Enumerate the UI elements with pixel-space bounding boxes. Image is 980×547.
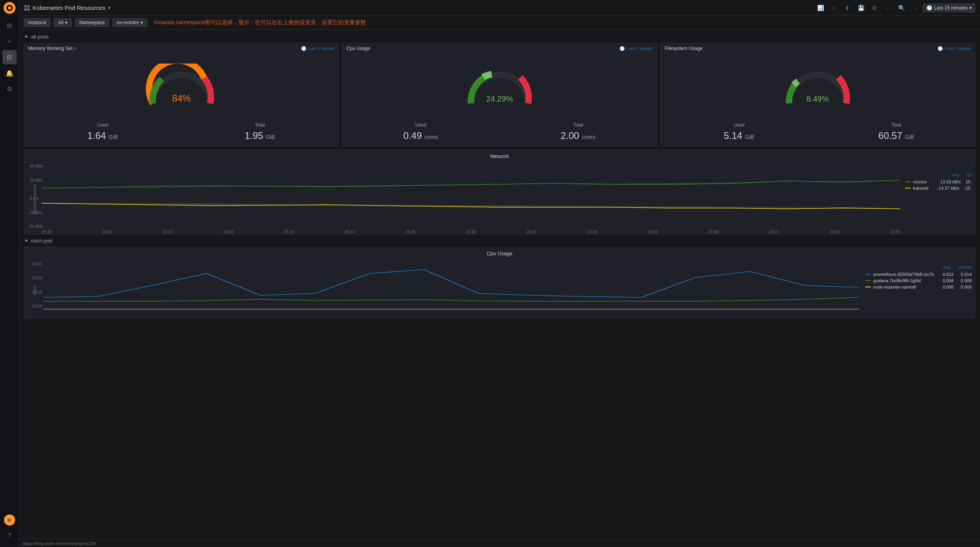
current-header: current: [958, 265, 972, 270]
cpu-pods-svg: [43, 262, 859, 317]
x-tick: 23:31: [769, 230, 779, 234]
cpu-panel: Cpu Usage 🕐 Last 1 minute: [342, 43, 657, 146]
clock-icon: 🕐: [301, 46, 307, 51]
svg-rect-6: [27, 8, 30, 11]
x-tick: 23:28: [587, 230, 597, 234]
chevron-down-icon: ▾: [141, 20, 143, 25]
sidebar-bottom: U ?: [2, 512, 17, 547]
node-exporter-current: 0.000: [961, 285, 972, 289]
grafana-logo[interactable]: [3, 2, 16, 14]
x-tick: 23:27: [527, 230, 536, 234]
cpu-chart-area: 0.025 0.020 0.015 0.010: [43, 262, 859, 318]
receive-color: [905, 181, 911, 182]
grafana-color: [865, 280, 871, 281]
legend-grafana: grafana-7bcf9c9f9-2g5bf 0.004 0.008: [865, 278, 972, 283]
x-tick: 23:23: [284, 230, 294, 234]
section-all-pods: all pods: [24, 34, 975, 40]
cpu-total-label: Total: [506, 122, 650, 128]
zoom-in-icon[interactable]: 🔍: [896, 2, 907, 13]
fs-total-cell: Total 60.57 GiB: [818, 117, 975, 146]
x-tick: 23:22: [224, 230, 233, 234]
fs-used-cell: Used 5.14 GiB: [661, 117, 818, 146]
grafana-label: grafana-7bcf9c9f9-2g5bf: [873, 278, 921, 283]
node-exporter-avg: 0.000: [943, 285, 954, 289]
section-each-pod: each pod: [24, 238, 975, 244]
receive-label: receive: [913, 179, 927, 184]
filter-annotation: instance,namespace都可以选择，显示；也可以在右上角的设置里，设…: [154, 19, 366, 26]
y-tick-40: 40 kB/s: [30, 164, 43, 168]
namespace-dropdown[interactable]: ns-monitor ▾: [112, 18, 148, 27]
instance-label[interactable]: Instance: [24, 18, 50, 27]
fs-gauge-svg: 8.49%: [782, 64, 853, 111]
sidebar-alerts[interactable]: 🔔: [2, 66, 17, 80]
prometheus-color: [865, 274, 871, 275]
cpu-gauge-svg: 24.29%: [464, 64, 535, 111]
y-tick-20: 20 kB/s: [30, 178, 43, 183]
network-x-axis: 23:19 23:20 23:21 23:22 23:23 23:24 23:2…: [42, 230, 900, 234]
sidebar-help[interactable]: ?: [2, 529, 17, 543]
sidebar-dashboards[interactable]: ⊟: [2, 50, 17, 64]
y-tick: 0.020: [32, 276, 42, 280]
chevron-down-icon: ▾: [65, 20, 68, 25]
y-tick: 0.015: [32, 290, 42, 295]
main-content: Kubernetes Pod Resources ▾ 📊 ☆ ⬆ 💾 ⚙ ‹ 🔍…: [19, 0, 980, 547]
avg-header: avg: [943, 265, 950, 270]
fs-total-value: 60.57 GiB: [824, 130, 968, 141]
x-tick: 23:20: [102, 230, 112, 234]
filesystem-panel: Filesystem Usage 🕐 Last 1 minute 8.49%: [660, 43, 975, 146]
x-tick: 23:26: [466, 230, 476, 234]
dropdown-arrow[interactable]: ▾: [108, 4, 111, 12]
y-tick-0: 0 B/s: [30, 196, 39, 201]
dashboard-title: Kubernetes Pod Resources: [33, 4, 105, 11]
prometheus-avg: 0.012: [943, 272, 954, 277]
memory-used-cell: Used 1.64 GiB: [24, 117, 181, 146]
instance-dropdown[interactable]: All ▾: [54, 18, 71, 27]
statusbar: https://blog.csdn.net/shenhonglei1234: [19, 539, 980, 547]
y-tick-n40: -40 kB/s: [28, 224, 43, 229]
status-url: https://blog.csdn.net/shenhonglei1234: [22, 541, 96, 546]
each-pod-label: each pod: [31, 238, 52, 244]
time-range-picker[interactable]: 🕐 Last 15 minutes ▾: [923, 4, 975, 12]
network-legend: avg cu receive 13.93 kB/s 15. transmit -…: [900, 164, 972, 234]
x-tick: 23:21: [163, 230, 173, 234]
nav-forward[interactable]: ›: [909, 2, 920, 13]
filesystem-panel-header: Filesystem Usage 🕐 Last 1 minute: [661, 43, 975, 54]
star-icon[interactable]: ☆: [828, 2, 839, 13]
transmit-avg: -14.57 kB/s: [937, 186, 959, 191]
collapse-icon[interactable]: [24, 239, 29, 243]
save-icon[interactable]: 💾: [855, 2, 866, 13]
topbar-title: Kubernetes Pod Resources ▾: [24, 4, 111, 12]
sidebar-add[interactable]: ＋: [2, 34, 17, 48]
nav-back[interactable]: ‹: [882, 2, 893, 13]
namespace-label[interactable]: Namespace: [75, 18, 109, 27]
sidebar-settings[interactable]: ⚙: [2, 82, 17, 96]
legend-transmit: transmit -14.57 kB/s -15.: [905, 186, 972, 191]
dashboard: all pods Memory Working Set ▾ 🕐 Last 1 m…: [19, 30, 980, 539]
network-chart-area: 40 kB/s 20 kB/s 0 B/s -20 kB/s -40 kB/s: [42, 164, 900, 234]
transmit-current: -15.: [964, 186, 972, 191]
memory-used-value: 1.64 GiB: [31, 130, 175, 141]
memory-used-label: Used: [31, 122, 175, 128]
each-pod-cpu-title: Cpu Usage: [24, 247, 975, 260]
sidebar-user[interactable]: U: [2, 513, 17, 527]
clock-icon: 🕐: [619, 46, 625, 51]
memory-total-value: 1.95 GiB: [188, 130, 332, 141]
cpu-stats: Used 0.49 cores Total 2.00 cores: [342, 117, 656, 146]
y-tick-n20: -20 kB/s: [28, 210, 43, 215]
memory-percent-text: 84%: [172, 93, 191, 104]
graph-icon[interactable]: 📊: [815, 2, 826, 13]
node-exporter-label: node-exporter-vpmm8: [873, 285, 916, 289]
memory-title: Memory Working Set ▾: [28, 46, 76, 51]
dropdown-icon[interactable]: ▾: [74, 46, 76, 51]
cpu-percent-text: 24.29%: [486, 94, 513, 103]
section-label: all pods: [31, 34, 49, 40]
namespace-value: ns-monitor: [117, 20, 139, 25]
collapse-icon[interactable]: [24, 35, 29, 39]
settings-icon[interactable]: ⚙: [869, 2, 880, 13]
current-header: cu: [967, 172, 972, 177]
share-icon[interactable]: ⬆: [842, 2, 853, 13]
sidebar-search[interactable]: ⊞: [2, 18, 17, 33]
receive-avg: 13.93 kB/s: [940, 179, 961, 184]
user-avatar[interactable]: U: [4, 514, 15, 526]
transmit-color: [905, 188, 911, 189]
